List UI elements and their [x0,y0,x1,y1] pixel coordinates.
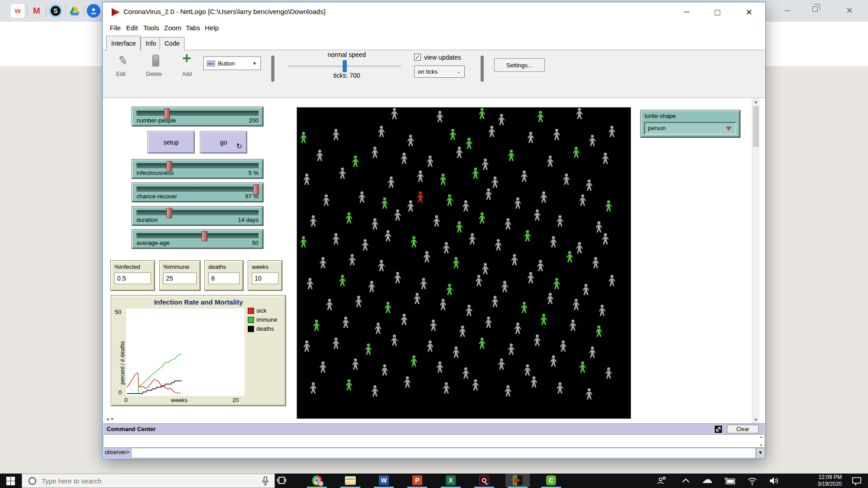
turtle-shape-chooser[interactable]: turtle-shape person [641,110,740,137]
action-center-icon[interactable] [852,477,862,485]
taskbar-excel-icon[interactable]: X [440,474,461,487]
clear-button[interactable]: Clear [727,425,759,433]
person-agent [579,361,586,373]
browser-minimize-button[interactable]: ─ [780,3,795,18]
tray-wifi-icon[interactable] [747,476,758,485]
taskbar-camtasia-icon[interactable]: C [541,474,561,487]
weebly-tab-icon[interactable]: w [11,4,24,18]
speed-slider-thumb[interactable] [343,60,347,72]
command-input[interactable] [131,448,756,458]
skype-tab-icon[interactable]: S [49,4,62,18]
person-agent [307,278,313,289]
slider-infectiousness[interactable]: infectiousness5 % [132,160,263,178]
clock[interactable]: 12:09 PM 3/19/2020 [792,474,842,488]
button-widget-icon: abc [207,61,215,66]
plot-title: Infection Rate and Mortality [112,298,285,306]
person-agent [528,132,534,143]
edit-pencil-icon[interactable]: ✎ [117,53,129,68]
delete-label[interactable]: Delete [146,71,162,77]
command-center-splitter[interactable]: ▲▼ [106,417,114,421]
menu-edit[interactable]: Edit [126,24,138,32]
scroll-down-icon[interactable]: ▼ [752,418,760,422]
person-agent [563,174,570,185]
person-agent [456,147,463,158]
delete-eraser-icon[interactable] [152,55,159,66]
scroll-up-icon[interactable]: ▲ [752,99,760,104]
gmail-tab-icon[interactable]: M [30,4,43,18]
person-agent [359,192,365,203]
settings-button[interactable]: Settings... [494,58,545,72]
person-agent [576,242,583,253]
person-agent [514,197,521,209]
tray-people-icon[interactable] [656,476,667,485]
taskbar-file-explorer-icon[interactable] [340,474,361,487]
slider-duration[interactable]: duration14 days [132,206,263,225]
slider-chance-recover[interactable]: chance-recover97 % [132,183,263,202]
chevron-down-icon [726,127,732,131]
widget-type-dropdown[interactable]: abc Button ▼ [203,56,261,70]
command-center-output[interactable]: ▲ ▼ [103,434,765,448]
menu-help[interactable]: Help [205,24,219,32]
slider-number-people[interactable]: number-people200 [132,107,263,126]
browser-close-button[interactable]: × [842,3,857,18]
window-title: CoronaVirus_2.0 - NetLogo {C:\Users\larr… [123,8,326,15]
tray-onedrive-icon[interactable]: ☁ [702,473,712,486]
person-agent [609,275,615,286]
add-label[interactable]: Add [182,71,192,77]
vertical-scrollbar[interactable]: ▲ ▼ [752,98,760,423]
person-agent [479,108,486,119]
tab-info[interactable]: Info [141,37,161,50]
interface-toolbar: ✎ Edit Delete + Add abc Button ▼ normal … [103,50,765,98]
search-input[interactable] [42,477,231,485]
person-agent [443,382,450,394]
person-agent [459,326,466,337]
scrollbar-thumb[interactable] [753,106,759,147]
account-tab-icon[interactable] [87,4,100,18]
menu-tools[interactable]: Tools [143,24,159,32]
browser-restore-button[interactable] [812,6,818,12]
taskbar-powerpoint-icon[interactable]: P [407,474,428,487]
person-agent [446,194,453,206]
microphone-icon[interactable] [262,476,269,485]
go-button[interactable]: go ↻ [200,131,247,153]
view-updates-checkbox[interactable]: ✓ [414,54,421,61]
taskbar-acrobat-icon[interactable] [474,474,495,487]
tray-battery-icon[interactable] [724,477,736,484]
person-agent [540,314,547,325]
add-plus-icon[interactable]: + [182,49,191,67]
person-agent [385,230,392,241]
tab-interface[interactable]: Interface [106,36,141,51]
setup-button[interactable]: setup [148,131,194,153]
menu-tabs[interactable]: Tabs [186,24,200,32]
mini-scroll-up-icon[interactable]: ▲ [760,435,763,438]
tray-volume-icon[interactable] [769,476,779,485]
command-history-dropdown[interactable]: ▼ [756,448,765,458]
person-agent [300,132,307,143]
google-drive-tab-icon[interactable] [68,4,81,18]
netlogo-close-button[interactable]: × [739,5,759,19]
view-updates-label: view updates [424,54,461,61]
taskbar-word-icon[interactable]: W [373,474,394,487]
person-agent [550,356,557,367]
netlogo-maximize-button[interactable]: □ [708,5,727,19]
cortana-icon [28,477,36,485]
netlogo-minimize-button[interactable]: ─ [677,5,697,19]
turtle-shape-dropdown[interactable]: person [644,122,736,135]
menu-file[interactable]: File [110,24,121,32]
taskbar-search[interactable] [22,474,275,488]
slider-average-age[interactable]: average-age50 [132,230,263,249]
x-tick-20: 20 [232,397,239,404]
expand-icon[interactable] [714,425,722,433]
edit-label[interactable]: Edit [116,71,126,77]
mini-scroll-down-icon[interactable]: ▼ [760,444,763,447]
taskbar-chrome-icon[interactable] [307,474,327,487]
start-button[interactable] [6,477,15,485]
tab-code[interactable]: Code [160,37,184,50]
taskbar-netlogo-icon[interactable] [507,474,528,487]
tray-chevron-up-icon[interactable] [682,478,690,483]
world-view[interactable] [297,107,631,419]
menu-zoom[interactable]: Zoom [164,24,181,32]
task-view-button[interactable] [271,474,292,487]
person-agent [466,138,472,149]
update-mode-dropdown[interactable]: on ticks ⌄ [414,66,465,78]
